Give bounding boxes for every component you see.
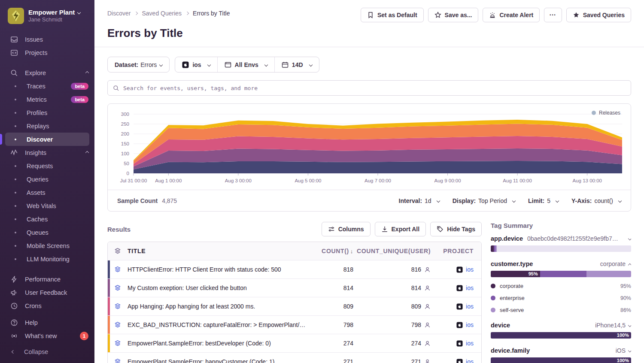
sliders-icon (328, 226, 335, 233)
sidebar-section-explore[interactable]: Explore (0, 66, 94, 79)
main-content: Discover Saved Queries Errors by Title S… (94, 0, 644, 363)
legend-label: corporate (500, 283, 523, 289)
col-project[interactable]: PROJECT (431, 248, 481, 254)
table-row[interactable]: EmpowerPlant.SampleError: bestDeveloper … (108, 334, 481, 352)
sidebar-item-traces[interactable]: Traces beta (0, 79, 94, 93)
bullet-dot (15, 192, 16, 194)
issue-title[interactable]: My Custom exeption: User clicked the but… (128, 284, 306, 291)
sidebar-item-requests[interactable]: Requests (0, 159, 94, 172)
sidebar-item-performance[interactable]: Performance (0, 272, 94, 286)
table-row[interactable]: My Custom exeption: User clicked the but… (108, 278, 481, 297)
breadcrumb-saved-queries[interactable]: Saved Queries (142, 10, 182, 17)
col-title[interactable]: TITLE (128, 248, 306, 254)
legend-label: enterprise (500, 295, 525, 301)
apple-icon (456, 303, 463, 310)
sidebar-section-insights[interactable]: Insights (0, 146, 94, 159)
hide-tags-button[interactable]: Hide Tags (430, 222, 482, 236)
section-label: Insights (25, 149, 83, 156)
date-range-filter[interactable]: 14D (274, 57, 319, 72)
columns-button[interactable]: Columns (322, 222, 371, 236)
sidebar-item-mobile-screens[interactable]: Mobile Screens (0, 239, 94, 252)
sidebar-item-metrics[interactable]: Metrics beta (0, 93, 94, 106)
sidebar-item-replays[interactable]: Replays (0, 119, 94, 133)
create-alert-button[interactable]: Create Alert (483, 8, 540, 22)
sample-count-value: 4,875 (162, 197, 177, 204)
tag-section-device-family: device.family iOS 100% (491, 347, 631, 363)
tag-expand-toggle[interactable]: iOS (616, 347, 631, 354)
search-bar[interactable] (107, 80, 631, 96)
layers-icon (114, 340, 121, 347)
bullet-dot (15, 125, 16, 127)
interval-select[interactable]: Interval:1d (399, 197, 440, 204)
col-count-unique[interactable]: COUNT_UNIQUE(USER) (353, 248, 431, 254)
issue-title[interactable]: EmpowerPlant.SampleError: bestDeveloper … (128, 340, 306, 347)
chevron-right-icon (134, 12, 138, 15)
issue-title[interactable]: App Hanging: App hanging for at least 20… (128, 303, 306, 310)
project-link[interactable]: ios (466, 321, 474, 328)
sidebar-item-web-vitals[interactable]: Web Vitals (0, 199, 94, 212)
table-row[interactable]: EXC_BAD_INSTRUCTION: captureFatalError: … (108, 315, 481, 334)
export-all-button[interactable]: Export All (375, 222, 426, 236)
breadcrumb-discover[interactable]: Discover (107, 10, 131, 17)
issue-title[interactable]: HTTPClientError: HTTP Client Error with … (128, 266, 306, 273)
sidebar-item-queues[interactable]: Queues (0, 226, 94, 239)
tag-expand-toggle[interactable]: corporate (600, 260, 631, 267)
sidebar-item-projects[interactable]: Projects (0, 46, 94, 59)
stacked-area-chart[interactable]: 050100150200250300Jul 31 00:00Aug 1 00:0… (110, 108, 627, 189)
tag-legend-item[interactable]: enterprise 90% (491, 295, 631, 301)
project-link[interactable]: ios (466, 358, 474, 363)
dataset-filter[interactable]: Dataset: Errors (107, 57, 170, 73)
tag-expand-toggle[interactable] (626, 235, 631, 242)
sidebar-item-llm-monitoring[interactable]: LLM Monitoring (0, 252, 94, 266)
sidebar-item-issues[interactable]: Issues (0, 33, 94, 46)
limit-select[interactable]: Limit:5 (528, 197, 559, 204)
search-input[interactable] (123, 85, 626, 91)
tag-distribution-bar[interactable]: 100% (491, 332, 631, 339)
yaxis-select[interactable]: Y-Axis:count() (571, 197, 621, 204)
tag-distribution-bar[interactable] (491, 245, 631, 252)
chevron-down-icon (77, 10, 81, 14)
overflow-menu-button[interactable]: ••• (544, 8, 562, 22)
sidebar-item-label: Traces (27, 83, 71, 90)
unique-count-value: 816 (411, 266, 421, 273)
layers-icon (114, 303, 121, 310)
sidebar-item-user-feedback[interactable]: User Feedback (0, 286, 94, 299)
saved-queries-button[interactable]: Saved Queries (566, 8, 631, 22)
save-as-button[interactable]: Save as... (428, 8, 479, 22)
count-value: 798 (306, 321, 353, 328)
sidebar-item-discover[interactable]: Discover (0, 133, 94, 146)
set-as-default-button[interactable]: Set as Default (361, 8, 424, 22)
tag-legend-item[interactable]: self-serve 86% (491, 307, 631, 313)
issue-title[interactable]: EmpowerPlant.SampleError: happyCustomer … (128, 358, 306, 363)
sidebar-item-whats-new[interactable]: What's new 1 (0, 329, 94, 342)
sidebar-item-profiles[interactable]: Profiles (0, 106, 94, 119)
project-link[interactable]: ios (466, 266, 474, 273)
sidebar-item-caches[interactable]: Caches (0, 212, 94, 226)
issue-title[interactable]: EXC_BAD_INSTRUCTION: captureFatalError: … (128, 321, 306, 328)
project-link[interactable]: ios (466, 340, 474, 347)
svg-text:200: 200 (121, 131, 129, 136)
tag-name: device.family (491, 347, 530, 354)
tag-expand-toggle[interactable]: iPhone14,5 (595, 322, 631, 329)
table-row[interactable]: EmpowerPlant.SampleError: happyCustomer … (108, 352, 481, 363)
project-link[interactable]: ios (466, 303, 474, 310)
org-switcher[interactable]: Empower Plant Jane Schmidt (0, 0, 94, 30)
project-filter[interactable]: ios (175, 57, 217, 72)
releases-legend-toggle[interactable]: Releases (592, 110, 620, 116)
sidebar-item-assets[interactable]: Assets (0, 186, 94, 199)
project-link[interactable]: ios (466, 284, 474, 291)
col-count[interactable]: COUNT()↓ (306, 248, 353, 254)
environment-filter[interactable]: All Envs (217, 57, 274, 72)
sidebar-item-queries[interactable]: Queries (0, 172, 94, 186)
tag-legend-item[interactable]: corporate 95% (491, 283, 631, 289)
table-row[interactable]: App Hanging: App hanging for at least 20… (108, 297, 481, 315)
tag-distribution-bar[interactable]: 95% (491, 271, 631, 277)
sidebar-collapse-button[interactable]: Collapse (0, 342, 94, 363)
download-icon (381, 226, 388, 233)
display-select[interactable]: Display:Top Period (453, 197, 515, 204)
sidebar-item-help[interactable]: Help (0, 316, 94, 329)
sidebar-item-crons[interactable]: Crons (0, 299, 94, 312)
table-row[interactable]: HTTPClientError: HTTP Client Error with … (108, 260, 481, 278)
tag-distribution-bar[interactable]: 100% (491, 357, 631, 363)
chevron-down-icon (628, 349, 631, 352)
